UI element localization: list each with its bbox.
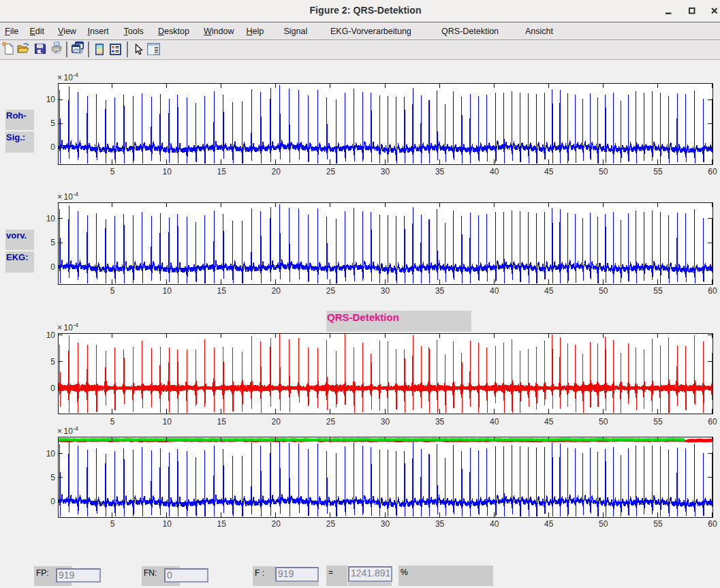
svg-text:10: 10: [64, 192, 74, 202]
svg-text:55: 55: [653, 167, 663, 176]
svg-text:-4: -4: [73, 322, 78, 328]
svg-text:30: 30: [381, 286, 390, 296]
svg-text:15: 15: [217, 167, 227, 176]
svg-text:0: 0: [50, 262, 55, 272]
svg-text:40: 40: [490, 417, 499, 427]
svg-text:10: 10: [64, 323, 74, 332]
svg-text:5: 5: [110, 167, 115, 176]
svg-text:×: ×: [57, 323, 62, 332]
svg-text:35: 35: [435, 286, 445, 296]
svg-text:10: 10: [46, 449, 56, 459]
svg-text:45: 45: [544, 417, 554, 427]
svg-text:10: 10: [64, 73, 74, 82]
svg-text:50: 50: [599, 417, 608, 427]
svg-text:5: 5: [50, 473, 55, 482]
svg-text:0: 0: [50, 497, 55, 506]
svg-text:25: 25: [326, 519, 336, 529]
svg-text:50: 50: [599, 167, 608, 176]
svg-text:55: 55: [653, 417, 663, 427]
svg-text:5: 5: [110, 417, 115, 427]
svg-text:35: 35: [435, 167, 445, 176]
svg-text:10: 10: [163, 167, 172, 176]
svg-text:10: 10: [163, 286, 172, 296]
svg-text:5: 5: [110, 286, 115, 296]
svg-text:20: 20: [272, 167, 281, 176]
svg-text:10: 10: [163, 519, 172, 529]
svg-text:40: 40: [490, 519, 499, 529]
svg-text:10: 10: [46, 214, 56, 223]
svg-text:30: 30: [381, 417, 390, 427]
svg-text:-4: -4: [73, 191, 78, 198]
svg-text:50: 50: [599, 519, 608, 529]
svg-text:5: 5: [50, 238, 55, 247]
svg-text:20: 20: [272, 519, 281, 529]
svg-text:15: 15: [217, 519, 227, 529]
svg-text:50: 50: [599, 286, 608, 296]
svg-text:45: 45: [544, 286, 554, 296]
svg-text:10: 10: [163, 417, 172, 427]
svg-text:5: 5: [110, 519, 115, 529]
svg-text:40: 40: [490, 167, 499, 176]
svg-text:0: 0: [50, 142, 55, 152]
svg-text:×: ×: [57, 427, 62, 436]
svg-text:×: ×: [57, 192, 62, 202]
svg-text:30: 30: [381, 519, 390, 529]
svg-text:35: 35: [435, 417, 445, 427]
svg-text:30: 30: [381, 167, 390, 176]
svg-text:60: 60: [708, 286, 717, 296]
svg-text:20: 20: [272, 417, 281, 427]
svg-text:5: 5: [50, 357, 55, 367]
svg-text:60: 60: [708, 167, 717, 176]
svg-text:5: 5: [50, 119, 55, 128]
svg-text:25: 25: [326, 167, 336, 176]
svg-text:60: 60: [708, 519, 717, 529]
svg-text:-4: -4: [73, 72, 78, 78]
svg-text:-4: -4: [73, 425, 78, 432]
svg-text:25: 25: [326, 417, 336, 427]
svg-text:25: 25: [326, 286, 336, 296]
svg-text:55: 55: [653, 519, 663, 529]
svg-text:60: 60: [708, 417, 717, 427]
svg-text:35: 35: [435, 519, 445, 529]
svg-text:55: 55: [653, 286, 663, 296]
svg-text:15: 15: [217, 417, 227, 427]
svg-text:45: 45: [544, 519, 554, 529]
svg-text:0: 0: [50, 384, 55, 393]
svg-text:×: ×: [57, 73, 62, 82]
svg-text:10: 10: [64, 427, 74, 436]
svg-text:40: 40: [490, 286, 499, 296]
svg-text:10: 10: [46, 330, 56, 340]
svg-text:20: 20: [272, 286, 281, 296]
svg-text:10: 10: [46, 95, 56, 104]
svg-text:15: 15: [217, 286, 227, 296]
svg-text:45: 45: [544, 167, 554, 176]
